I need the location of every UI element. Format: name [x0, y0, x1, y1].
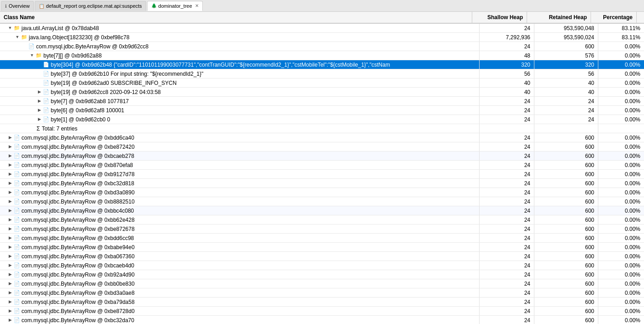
- expand-arrow[interactable]: ▶: [7, 217, 13, 223]
- cell-name: ΣTotal: 7 entries: [0, 124, 480, 133]
- table-row[interactable]: ▶📄com.mysql.jdbc.ByteArrayRow @ 0xbdd6cc…: [0, 234, 644, 243]
- table-row[interactable]: 📄byte[19] @ 0xb9d62ad0 SUBSCRIBE_INFO_SY…: [0, 78, 644, 88]
- table-row[interactable]: ▶📄com.mysql.jdbc.ByteArrayRow @ 0xbbc4c0…: [0, 206, 644, 215]
- expand-arrow[interactable]: ▼: [15, 35, 20, 40]
- expand-arrow[interactable]: ▼: [29, 53, 35, 58]
- cell-name: ▶📄byte[19] @ 0xb9d62cc8 2020-09-12 04:03…: [0, 88, 480, 96]
- expand-arrow[interactable]: ▶: [7, 172, 13, 177]
- expand-arrow[interactable]: ▶: [7, 153, 13, 159]
- table-row[interactable]: ▶📄com.mysql.jdbc.ByteArrayRow @ 0xbabe94…: [0, 243, 644, 252]
- table-row[interactable]: ▶📄com.mysql.jdbc.ByteArrayRow @ 0xbc32d8…: [0, 179, 644, 188]
- cell-shallow: 56: [480, 69, 534, 78]
- table-row[interactable]: ▶📄com.mysql.jdbc.ByteArrayRow @ 0xb9127d…: [0, 170, 644, 179]
- expand-arrow[interactable]: ▶: [37, 117, 42, 122]
- row-name-text: com.mysql.jdbc.ByteArrayRow @ 0xb9127d78: [21, 171, 135, 178]
- table-row[interactable]: ▶📄com.mysql.jdbc.ByteArrayRow @ 0xbc32da…: [0, 316, 644, 324]
- cell-shallow: 24: [480, 234, 534, 242]
- expand-arrow[interactable]: ▶: [7, 208, 13, 214]
- expand-arrow[interactable]: ▶: [7, 318, 13, 323]
- tab-overview[interactable]: ℹOverview: [1, 1, 34, 11]
- expand-arrow[interactable]: ▶: [7, 181, 13, 186]
- table-row[interactable]: ▶📄com.mysql.jdbc.ByteArrayRow @ 0xb88825…: [0, 197, 644, 206]
- cell-name: 📄byte[37] @ 0xb9d62b10 For input string:…: [0, 69, 480, 78]
- table-row[interactable]: ▶📄com.mysql.jdbc.ByteArrayRow @ 0xbb62e4…: [0, 215, 644, 225]
- cell-percentage: 0.00%: [598, 51, 644, 60]
- expand-arrow[interactable]: ▶: [7, 263, 13, 268]
- cell-retained: 600: [534, 215, 598, 224]
- table-row[interactable]: ▶📄com.mysql.jdbc.ByteArrayRow @ 0xbd3a0a…: [0, 288, 644, 298]
- table-row[interactable]: 📄byte[37] @ 0xb9d62b10 For input string:…: [0, 69, 644, 78]
- table-row[interactable]: ▶📄com.mysql.jdbc.ByteArrayRow @ 0xb92a4d…: [0, 270, 644, 279]
- expand-arrow[interactable]: ▶: [7, 235, 13, 241]
- row-name-text: com.mysql.jdbc.ByteArrayRow @ 0xbcaeb278: [21, 153, 134, 159]
- expand-arrow[interactable]: ▶: [7, 135, 13, 141]
- table-row[interactable]: ▶📄com.mysql.jdbc.ByteArrayRow @ 0xba0673…: [0, 252, 644, 261]
- cell-shallow: 24: [480, 288, 534, 297]
- table-row[interactable]: 📄byte[304] @ 0xb9d62b48 {"cardID":"11010…: [0, 60, 644, 69]
- expand-arrow[interactable]: ▶: [7, 199, 13, 204]
- table-row[interactable]: ▶📄byte[7] @ 0xb9d62ab8 107781724240.00%: [0, 97, 644, 106]
- node-icon: 📄: [14, 272, 20, 278]
- cell-shallow: 24: [480, 197, 534, 206]
- expand-arrow[interactable]: ▶: [37, 99, 42, 104]
- cell-percentage: 0.00%: [598, 234, 644, 242]
- expand-arrow[interactable]: ▶: [37, 89, 42, 95]
- tab-default_report[interactable]: 📋default_report org.eclipse.mat.api:susp…: [35, 1, 146, 11]
- table-row[interactable]: ▶📄byte[1] @ 0xb9d62cb0 024240.00%: [0, 115, 644, 124]
- node-icon: 📄: [14, 253, 20, 260]
- expand-arrow[interactable]: ▶: [7, 144, 13, 150]
- table-row[interactable]: ▶📄com.mysql.jdbc.ByteArrayRow @ 0xbb0be8…: [0, 279, 644, 288]
- table-row[interactable]: ▼📁byte[7][] @ 0xb9d62a88485760.00%: [0, 51, 644, 60]
- table-row[interactable]: ▶📄com.mysql.jdbc.ByteArrayRow @ 0xbcaeb2…: [0, 152, 644, 161]
- table-body[interactable]: ▼📁java.util.ArrayList @ 0x78dab4824953,5…: [0, 24, 644, 324]
- expand-arrow[interactable]: ▶: [7, 190, 13, 195]
- table-row[interactable]: ▶📄byte[19] @ 0xb9d62cc8 2020-09-12 04:03…: [0, 88, 644, 97]
- expand-arrow[interactable]: ▶: [7, 281, 13, 287]
- table-row[interactable]: ΣTotal: 7 entries: [0, 124, 644, 133]
- cell-shallow: 24: [480, 42, 534, 51]
- cell-shallow: 24: [480, 261, 534, 270]
- cell-shallow: 24: [480, 188, 534, 197]
- cell-name: ▶📄com.mysql.jdbc.ByteArrayRow @ 0xbcaeb2…: [0, 152, 480, 160]
- row-name-text: com.mysql.jdbc.ByteArrayRow @ 0xbdd6cc98: [21, 235, 134, 241]
- table-row[interactable]: ▶📄com.mysql.jdbc.ByteArrayRow @ 0xbe8728…: [0, 307, 644, 316]
- cell-name: ▶📄com.mysql.jdbc.ByteArrayRow @ 0xb870ef…: [0, 161, 480, 169]
- expand-arrow[interactable]: ▶: [7, 162, 13, 168]
- table-row[interactable]: ▶📄com.mysql.jdbc.ByteArrayRow @ 0xbdd6ca…: [0, 133, 644, 142]
- row-name-text: com.mysql.jdbc.ByteArrayRow @ 0xbbc4c080: [21, 208, 134, 214]
- table-row[interactable]: ▶📄com.mysql.jdbc.ByteArrayRow @ 0xbe8726…: [0, 225, 644, 234]
- table-row[interactable]: ▶📄com.mysql.jdbc.ByteArrayRow @ 0xbd3a08…: [0, 188, 644, 197]
- expand-arrow[interactable]: ▼: [7, 26, 13, 31]
- expand-arrow[interactable]: ▶: [7, 226, 13, 232]
- row-name-text: com.mysql.jdbc.ByteArrayRow @ 0xbd3a0ae8: [21, 290, 135, 296]
- tab-dominator_tree[interactable]: 🌲dominator_tree✕: [147, 1, 203, 11]
- expand-arrow[interactable]: ▶: [7, 308, 13, 314]
- row-name-text: java.util.ArrayList @ 0x78dab48: [21, 25, 99, 31]
- cell-retained: 24: [534, 115, 598, 124]
- table-row[interactable]: ▶📄com.mysql.jdbc.ByteArrayRow @ 0xba79da…: [0, 298, 644, 307]
- row-name-text: byte[1] @ 0xb9d62cb0 0: [51, 116, 110, 123]
- cell-retained: 600: [534, 197, 598, 206]
- table-row[interactable]: ▼📁java.lang.Object[1823230] @ 0xbef98c78…: [0, 33, 644, 42]
- expand-arrow[interactable]: ▶: [7, 245, 13, 250]
- table-row[interactable]: ▶📄com.mysql.jdbc.ByteArrayRow @ 0xbcaeb4…: [0, 261, 644, 270]
- expand-arrow[interactable]: ▶: [7, 254, 13, 259]
- tab-close-dominator_tree[interactable]: ✕: [195, 3, 199, 8]
- expand-arrow[interactable]: ▶: [7, 299, 13, 305]
- table-row[interactable]: ▶📄byte[6] @ 0xb9d62af8 10000124240.00%: [0, 106, 644, 115]
- cell-retained: 24: [534, 106, 598, 115]
- expand-arrow[interactable]: ▶: [7, 272, 13, 277]
- tab-bar: ℹOverview📋default_report org.eclipse.mat…: [0, 0, 644, 12]
- table-row[interactable]: 📄com.mysql.jdbc.ByteArrayRow @ 0xb9d62cc…: [0, 42, 644, 51]
- node-icon: 📄: [14, 308, 20, 314]
- table-row[interactable]: ▼📁java.util.ArrayList @ 0x78dab4824953,5…: [0, 24, 644, 33]
- table-row[interactable]: ▶📄com.mysql.jdbc.ByteArrayRow @ 0xbe8724…: [0, 142, 644, 152]
- row-name-text: Total: 7 entries: [42, 125, 77, 132]
- cell-shallow: 24: [480, 307, 534, 315]
- expand-arrow[interactable]: ▶: [37, 108, 42, 113]
- expand-arrow[interactable]: ▶: [7, 290, 13, 296]
- table-row[interactable]: ▶📄com.mysql.jdbc.ByteArrayRow @ 0xb870ef…: [0, 161, 644, 170]
- node-icon: 📄: [14, 144, 20, 150]
- cell-retained: [534, 124, 598, 133]
- cell-retained: 600: [534, 298, 598, 306]
